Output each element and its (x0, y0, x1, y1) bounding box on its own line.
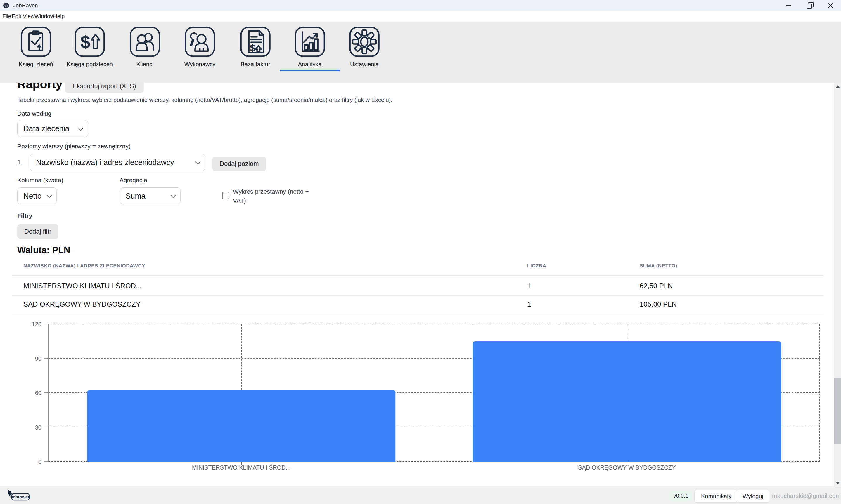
y-axis-label: 120 (32, 321, 41, 328)
scrollbar-thumb[interactable] (834, 378, 841, 444)
date-by-select[interactable]: Data zlecenia (17, 120, 88, 137)
aggregation-select[interactable]: Suma (120, 187, 180, 204)
toolbar-ksiega-podzlecen[interactable]: $ Księga podzleceń (67, 25, 113, 68)
menu-file[interactable]: File (2, 11, 12, 22)
chart-x-axis-labels: MINISTERSTWO KLIMATU I ŚROD...SĄD OKRĘGO… (49, 464, 820, 473)
toolbar-label: Księga podzleceń (67, 61, 113, 68)
y-tick (45, 461, 49, 462)
table-row-name: SĄD OKRĘGOWY W BYDGOSZCZY (23, 300, 141, 308)
toolbar-analityka-active[interactable]: Analityka (280, 25, 340, 71)
bar-0 (87, 390, 396, 462)
svg-text:$: $ (250, 43, 256, 53)
row-level-index: 1. (17, 159, 22, 166)
messages-button[interactable]: Komunikaty (694, 490, 738, 503)
window-title: JobRaven (13, 2, 38, 9)
add-level-button[interactable]: Dodaj poziom (212, 157, 266, 171)
column-value: Netto (23, 192, 41, 201)
chevron-down-icon (47, 193, 52, 198)
aggregation-value: Suma (126, 192, 145, 201)
chevron-down-icon (78, 125, 83, 130)
scroll-down-arrow-icon[interactable] (836, 482, 840, 484)
column-label: Kolumna (kwota) (17, 177, 64, 184)
clients-icon (128, 25, 161, 58)
table-row-sum: 62,50 PLN (639, 282, 673, 290)
toolbar-baza-faktur[interactable]: $ Baza faktur (239, 25, 272, 68)
version-badge: v0.0.1 (669, 490, 693, 501)
y-axis-line (48, 324, 49, 462)
contractor-wrench-icon (183, 25, 216, 58)
date-by-value: Data zlecenia (23, 124, 70, 133)
page-title: Raporty (17, 83, 63, 91)
column-select[interactable]: Netto (17, 187, 57, 204)
menu-edit[interactable]: Edit (12, 11, 21, 22)
table-header-divider (12, 275, 823, 276)
dollar-up-icon: $ (73, 25, 106, 58)
x-axis-label: SĄD OKRĘGOWY W BYDGOSZCZY (578, 464, 676, 471)
column-header-sum: SUMA (NETTO) (639, 263, 677, 269)
jobraven-logo: JobRaven (6, 488, 31, 504)
bar-chart-plot (49, 324, 820, 462)
settings-gear-icon (348, 25, 381, 58)
chart-right-border (819, 324, 820, 462)
scroll-up-arrow-icon[interactable] (836, 85, 840, 88)
currency-heading: Waluta: PLN (17, 245, 70, 255)
chart-y-axis-labels: 0306090120 (0, 324, 45, 462)
pivot-chart-checkbox-label: Wykres przestawny (netto + VAT) (233, 187, 313, 205)
column-header-name: NAZWISKO (NAZWA) I ADRES ZLECENIODAWCY (23, 263, 145, 269)
y-tick (45, 427, 49, 428)
vertical-scrollbar[interactable] (834, 83, 841, 487)
menu-bar: File Edit View Window Help (0, 11, 841, 22)
export-report-button[interactable]: Eksportuj raport (XLS) (65, 83, 144, 93)
y-axis-label: 30 (35, 424, 41, 431)
table-row-count: 1 (527, 282, 531, 290)
title-bar: JobRaven (0, 0, 841, 11)
y-tick (45, 324, 49, 324)
toolbar-wykonawcy[interactable]: Wykonawcy (183, 25, 216, 68)
toolbar-ksiegi-zlecen[interactable]: Księgi zleceń (19, 25, 53, 68)
app-icon (3, 2, 10, 9)
filters-label: Filtry (17, 212, 32, 219)
y-axis-label: 0 (38, 459, 41, 466)
row-level-select[interactable]: Nazwisko (nazwa) i adres zleceniodawcy (30, 154, 206, 171)
toolbar-ustawienia[interactable]: Ustawienia (348, 25, 381, 68)
gridline-120 (49, 324, 820, 324)
close-button[interactable] (820, 0, 841, 11)
toolbar-label: Baza faktur (241, 61, 270, 68)
table-row-name: MINISTERSTWO KLIMATU I ŚROD... (23, 282, 142, 290)
restore-icon (807, 3, 812, 9)
menu-view[interactable]: View (23, 11, 35, 22)
pivot-chart-checkbox[interactable] (222, 192, 229, 199)
y-tick (45, 358, 49, 359)
analytics-chart-icon (293, 25, 326, 58)
bar-1 (473, 341, 781, 462)
menu-help[interactable]: Help (53, 11, 65, 22)
toolbar-label: Wykonawcy (185, 61, 216, 68)
minimize-button[interactable] (778, 0, 799, 11)
logo-text: JobRaven (11, 494, 30, 499)
chevron-down-icon (195, 159, 200, 164)
add-filter-button[interactable]: Dodaj filtr (17, 224, 58, 239)
aggregation-label: Agregacja (120, 177, 147, 184)
status-bar: JobRaven v0.0.1 Komunikaty Wyloguj mkuch… (0, 487, 841, 504)
table-row-divider (12, 314, 823, 314)
svg-text:$: $ (80, 32, 90, 52)
invoice-database-icon: $ (239, 25, 272, 58)
row-level-value: Nazwisko (nazwa) i adres zleceniodawcy (36, 158, 174, 167)
toolbar-label: Ustawienia (350, 61, 379, 68)
x-axis-label: MINISTERSTWO KLIMATU I ŚROD... (192, 464, 291, 471)
toolbar-label: Księgi zleceń (19, 61, 53, 68)
column-header-count: LICZBA (527, 263, 546, 269)
menu-window[interactable]: Window (34, 11, 54, 22)
row-levels-label: Poziomy wierszy (pierwszy = zewnętrzny) (17, 143, 130, 150)
report-description: Tabela przestawna i wykres: wybierz pods… (17, 97, 392, 103)
date-by-label: Data według (17, 110, 51, 117)
main-toolbar: Księgi zleceń $ Księga podzleceń Klienci… (0, 22, 841, 83)
toolbar-klienci[interactable]: Klienci (128, 25, 161, 68)
y-tick (45, 393, 49, 393)
restore-button[interactable] (799, 0, 820, 11)
chevron-down-icon (170, 193, 176, 198)
y-axis-label: 90 (35, 355, 41, 362)
y-axis-label: 60 (35, 390, 41, 397)
user-email: mkucharski8@gmail.com (772, 487, 841, 504)
logout-button[interactable]: Wyloguj (736, 490, 770, 503)
